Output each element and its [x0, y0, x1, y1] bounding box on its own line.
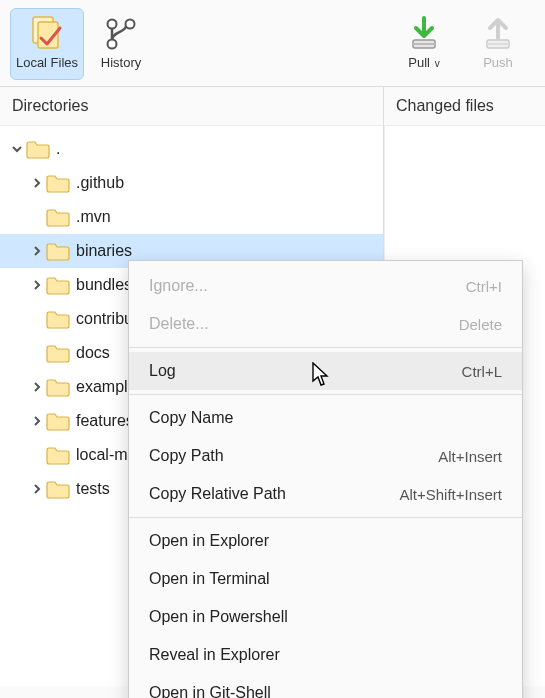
- menu-item-ignore[interactable]: Ignore... Ctrl+I: [129, 267, 522, 305]
- menu-item-label: Delete...: [149, 315, 459, 333]
- folder-icon: [46, 377, 70, 397]
- folder-icon: [46, 479, 70, 499]
- folder-icon: [46, 309, 70, 329]
- twisty-none: ·: [28, 448, 46, 463]
- menu-item-open-terminal[interactable]: Open in Terminal: [129, 560, 522, 598]
- menu-item-copy-path[interactable]: Copy Path Alt+Insert: [129, 437, 522, 475]
- folder-icon: [46, 173, 70, 193]
- tree-item-label: .mvn: [76, 208, 111, 226]
- menu-item-label: Ignore...: [149, 277, 466, 295]
- menu-item-accel: Delete: [459, 316, 502, 333]
- folder-open-icon: [26, 139, 50, 159]
- chevron-down-icon: v: [432, 58, 440, 69]
- folder-icon: [46, 241, 70, 261]
- toolbar: Local Files History Pull v: [0, 0, 545, 86]
- menu-item-label: Open in Terminal: [149, 570, 502, 588]
- menu-item-accel: Alt+Insert: [438, 448, 502, 465]
- twisty-none: ·: [28, 346, 46, 361]
- menu-item-copy-name[interactable]: Copy Name: [129, 399, 522, 437]
- tree-item-label: docs: [76, 344, 110, 362]
- context-menu: Ignore... Ctrl+I Delete... Delete Log Ct…: [128, 260, 523, 698]
- push-button[interactable]: Push: [461, 8, 535, 80]
- pull-button[interactable]: Pull v: [387, 8, 461, 80]
- push-label: Push: [483, 55, 513, 70]
- chevron-right-icon[interactable]: [28, 279, 46, 291]
- chevron-right-icon[interactable]: [28, 415, 46, 427]
- menu-item-reveal-explorer[interactable]: Reveal in Explorer: [129, 636, 522, 674]
- menu-item-label: Copy Path: [149, 447, 438, 465]
- svg-rect-6: [413, 43, 435, 45]
- tree-item-label: tests: [76, 480, 110, 498]
- tree-item-label: .github: [76, 174, 124, 192]
- folder-icon: [46, 275, 70, 295]
- files-checkmark-icon: [27, 13, 67, 53]
- history-label: History: [101, 55, 141, 70]
- menu-item-label: Open in Git-Shell: [149, 684, 502, 698]
- menu-item-label: Open in Powershell: [149, 608, 502, 626]
- twisty-none: ·: [28, 210, 46, 225]
- tree-item-label: binaries: [76, 242, 132, 260]
- tree-item[interactable]: .github: [0, 166, 383, 200]
- directories-header: Directories: [0, 87, 383, 126]
- tree-item[interactable]: · .mvn: [0, 200, 383, 234]
- menu-item-label: Copy Relative Path: [149, 485, 399, 503]
- menu-item-label: Open in Explorer: [149, 532, 502, 550]
- tree-root-label: .: [56, 140, 60, 158]
- folder-icon: [46, 411, 70, 431]
- twisty-none: ·: [28, 312, 46, 327]
- svg-point-3: [108, 20, 117, 29]
- chevron-down-icon[interactable]: [8, 143, 26, 155]
- menu-separator: [129, 517, 522, 518]
- menu-item-open-powershell[interactable]: Open in Powershell: [129, 598, 522, 636]
- tree-root[interactable]: .: [0, 132, 383, 166]
- menu-item-accel: Alt+Shift+Insert: [399, 486, 502, 503]
- folder-icon: [46, 445, 70, 465]
- menu-item-log[interactable]: Log Ctrl+L: [129, 352, 522, 390]
- tree-item-label: features: [76, 412, 134, 430]
- menu-separator: [129, 347, 522, 348]
- local-files-button[interactable]: Local Files: [10, 8, 84, 80]
- changed-files-header: Changed files: [384, 87, 545, 126]
- pull-label: Pull v: [408, 55, 439, 70]
- chevron-right-icon[interactable]: [28, 177, 46, 189]
- chevron-right-icon[interactable]: [28, 483, 46, 495]
- svg-point-2: [108, 40, 117, 49]
- menu-separator: [129, 394, 522, 395]
- history-button[interactable]: History: [84, 8, 158, 80]
- folder-icon: [46, 343, 70, 363]
- chevron-right-icon[interactable]: [28, 381, 46, 393]
- svg-rect-8: [487, 43, 509, 45]
- menu-item-accel: Ctrl+I: [466, 278, 502, 295]
- menu-item-copy-rel-path[interactable]: Copy Relative Path Alt+Shift+Insert: [129, 475, 522, 513]
- push-arrow-up-icon: [478, 13, 518, 53]
- branch-history-icon: [101, 13, 141, 53]
- local-files-label: Local Files: [16, 55, 78, 70]
- chevron-right-icon[interactable]: [28, 245, 46, 257]
- menu-item-label: Copy Name: [149, 409, 502, 427]
- menu-item-delete[interactable]: Delete... Delete: [129, 305, 522, 343]
- menu-item-label: Log: [149, 362, 462, 380]
- menu-item-open-git-shell[interactable]: Open in Git-Shell: [129, 674, 522, 698]
- menu-item-label: Reveal in Explorer: [149, 646, 502, 664]
- pull-arrow-down-icon: [404, 13, 444, 53]
- folder-icon: [46, 207, 70, 227]
- menu-item-open-explorer[interactable]: Open in Explorer: [129, 522, 522, 560]
- tree-item-label: bundles: [76, 276, 132, 294]
- menu-item-accel: Ctrl+L: [462, 363, 502, 380]
